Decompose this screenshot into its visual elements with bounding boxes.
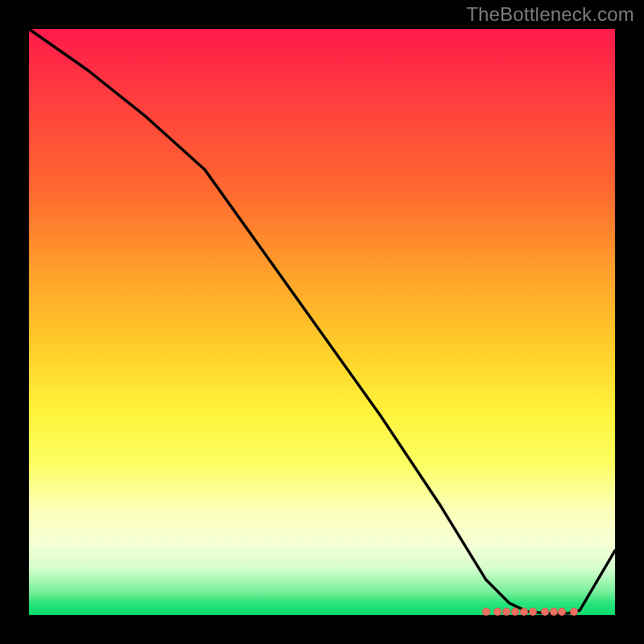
optimal-point (541, 608, 549, 616)
chart-container: { "attribution": "TheBottleneck.com", "c… (0, 0, 644, 644)
attribution-label: TheBottleneck.com (466, 3, 634, 26)
bottleneck-curve (29, 29, 615, 615)
plot-area (29, 29, 615, 615)
optimal-point (550, 608, 558, 616)
